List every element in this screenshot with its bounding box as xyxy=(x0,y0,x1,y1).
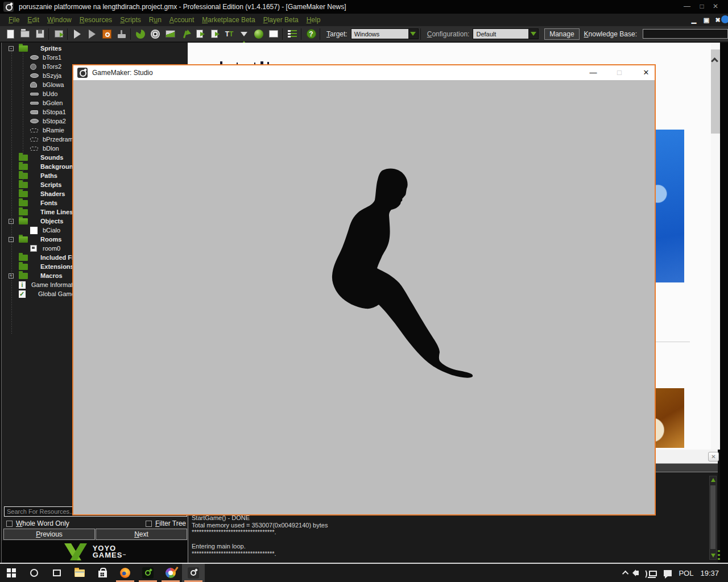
clock[interactable]: 19:37 xyxy=(700,569,719,577)
previous-button[interactable]: Previous xyxy=(3,529,95,540)
menu-item-account[interactable]: Account xyxy=(169,16,194,24)
create-timeline-button[interactable] xyxy=(237,28,251,40)
run-button[interactable] xyxy=(71,28,84,40)
game-close-button[interactable]: ✕ xyxy=(642,68,651,77)
new-file-button[interactable] xyxy=(3,28,17,40)
gamemaker-logo-icon xyxy=(3,2,14,12)
menu-item-help[interactable]: Help xyxy=(307,16,321,24)
maximize-button[interactable]: □ xyxy=(695,2,709,11)
create-object-button[interactable] xyxy=(252,28,266,40)
create-sprite-button[interactable] xyxy=(134,28,147,40)
tree-item-label: Scripts xyxy=(40,181,61,188)
whole-word-checkbox[interactable] xyxy=(6,521,13,527)
tree-item-label: Objects xyxy=(40,218,63,225)
minimize-button[interactable]: — xyxy=(680,2,694,11)
create-shader-button[interactable] xyxy=(208,28,221,40)
tree-item-label: bDlon xyxy=(43,145,59,152)
target-value: Windows xyxy=(354,31,408,38)
taskbar-firefox-button[interactable] xyxy=(114,564,136,582)
tree-item-label: Macros xyxy=(40,272,63,279)
help-button[interactable]: ? xyxy=(304,28,318,40)
create-sound-button[interactable] xyxy=(148,28,162,40)
create-executable-button[interactable] xyxy=(52,28,65,40)
resize-grip[interactable] xyxy=(718,550,720,562)
menu-item-resources[interactable]: Resources xyxy=(80,16,112,24)
create-path-button[interactable] xyxy=(178,28,192,40)
toolbar-separator xyxy=(282,28,283,40)
game-minimize-button[interactable]: — xyxy=(589,68,598,77)
folder-open-icon xyxy=(19,236,28,243)
taskbar-cortana-button[interactable] xyxy=(23,564,46,582)
system-tray: POL 19:37 xyxy=(624,564,728,582)
manage-button[interactable]: Manage xyxy=(544,28,579,40)
stop-icon xyxy=(102,30,111,39)
menu-item-edit[interactable]: Edit xyxy=(27,16,39,24)
tree-item-label: Extensions xyxy=(40,263,74,270)
taskbar-task-view-button[interactable] xyxy=(46,564,68,582)
create-background-button[interactable] xyxy=(163,28,177,40)
output-scrollbar[interactable] xyxy=(709,476,717,560)
clean-cache-button[interactable] xyxy=(115,28,129,40)
mdi-minimize-button[interactable]: ▁ xyxy=(689,16,698,24)
close-button[interactable]: ✕ xyxy=(709,2,722,11)
scrollbar-thumb[interactable] xyxy=(710,485,715,549)
save-project-button[interactable] xyxy=(33,28,47,40)
create-script-button[interactable] xyxy=(193,28,206,40)
collapse-icon[interactable]: - xyxy=(9,46,14,51)
menu-item-player-beta[interactable]: Player Beta xyxy=(263,16,299,24)
tray-chevron-up-icon[interactable] xyxy=(622,571,628,577)
taskbar-store-button[interactable] xyxy=(91,564,114,582)
taskbar-gamemaker-studio-button[interactable] xyxy=(182,564,205,582)
taskbar-file-explorer-button[interactable] xyxy=(68,564,91,582)
volume-icon[interactable] xyxy=(635,571,639,575)
taskbar-gamemaker-button[interactable] xyxy=(136,564,159,582)
language-indicator[interactable]: POL xyxy=(679,569,693,577)
game-viewport[interactable] xyxy=(73,80,655,514)
window-title-bar: poruszanie platformowe na lengthdirach.p… xyxy=(0,0,728,14)
next-button[interactable]: Next xyxy=(96,529,187,540)
stop-button[interactable] xyxy=(100,28,114,40)
scroll-down-icon[interactable] xyxy=(711,554,715,558)
close-find-bar-button[interactable]: ✕ xyxy=(708,452,719,462)
folder-open-icon xyxy=(19,218,28,225)
configuration-dropdown[interactable]: Default xyxy=(473,28,539,39)
menu-item-run[interactable]: Run xyxy=(149,16,162,24)
gymnast-silhouette-sprite xyxy=(318,159,489,386)
tree-item-label: bCialo xyxy=(43,227,60,234)
tree-item-label: bSzyja xyxy=(43,72,61,79)
dropdown-arrow-icon[interactable] xyxy=(408,29,418,39)
news-scrollbar[interactable] xyxy=(711,43,720,450)
target-dropdown[interactable]: Windows xyxy=(351,28,419,39)
dropdown-arrow-icon[interactable] xyxy=(528,29,538,39)
sprite-round-icon xyxy=(30,64,36,70)
scroll-up-icon[interactable] xyxy=(711,57,718,65)
sprite-oval-icon xyxy=(30,119,39,123)
menu-item-scripts[interactable]: Scripts xyxy=(120,16,141,24)
scrollbar-thumb[interactable] xyxy=(711,49,720,134)
tree-item-btors1[interactable]: bTors1 xyxy=(2,53,188,62)
taskbar-start-button[interactable] xyxy=(0,564,23,582)
open-project-button[interactable] xyxy=(18,28,32,40)
toolbar-separator xyxy=(48,28,49,40)
create-sound-icon xyxy=(151,30,160,39)
create-font-button[interactable]: TT xyxy=(222,28,236,40)
mdi-restore-button[interactable]: ▣ xyxy=(702,16,711,24)
menu-item-file[interactable]: File xyxy=(9,16,19,24)
create-room-button[interactable] xyxy=(267,28,280,40)
run-debug-button[interactable] xyxy=(85,28,99,40)
taskbar-paint-button[interactable] xyxy=(159,564,182,582)
tree-item-sprites[interactable]: -Sprites xyxy=(2,44,188,53)
action-center-icon[interactable] xyxy=(664,570,672,576)
run-debug-icon xyxy=(89,30,96,39)
settings-check-icon xyxy=(19,290,26,298)
network-icon[interactable] xyxy=(649,571,657,576)
knowledge-base-input[interactable] xyxy=(643,29,728,39)
game-settings-button[interactable] xyxy=(286,28,299,40)
menu-item-marketplace-beta[interactable]: Marketplace Beta xyxy=(202,16,255,24)
menu-item-window[interactable]: Window xyxy=(47,16,72,24)
folder-icon xyxy=(19,155,28,161)
filter-tree-checkbox[interactable] xyxy=(146,521,152,527)
game-window-title-bar[interactable]: GameMaker: Studio — □ ✕ xyxy=(73,65,655,80)
scroll-up-icon[interactable] xyxy=(711,478,715,482)
game-maximize-button[interactable]: □ xyxy=(615,68,624,77)
